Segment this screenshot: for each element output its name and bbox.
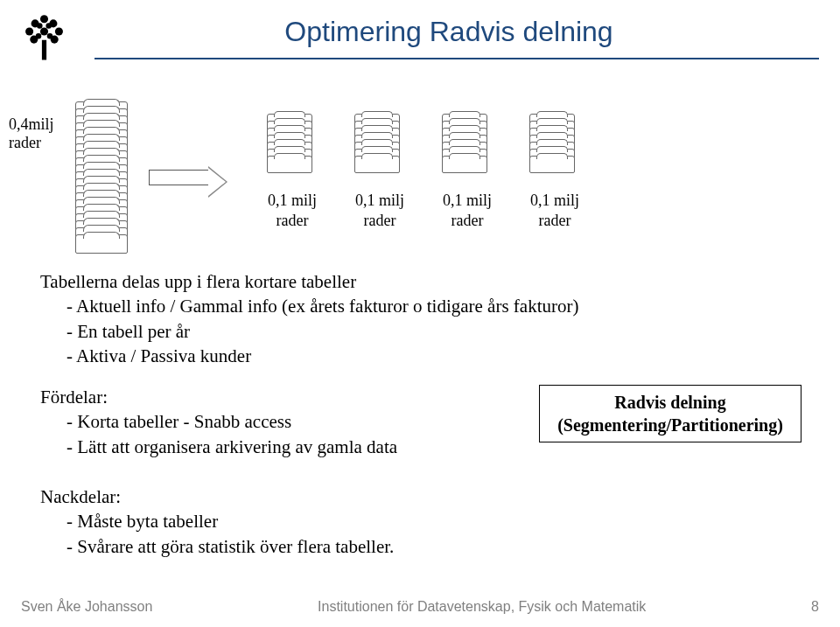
para1-bullet-2: - En tabell per år xyxy=(40,319,600,344)
small-stack-2-line2: rader xyxy=(355,211,404,231)
svg-rect-0 xyxy=(42,40,46,60)
small-stack-1-line1: 0,1 milj xyxy=(268,191,317,211)
svg-point-11 xyxy=(36,33,42,39)
para2-bullet-1: - Korta tabeller - Snabb access xyxy=(40,409,495,434)
svg-point-9 xyxy=(37,23,43,29)
svg-point-12 xyxy=(47,33,53,39)
small-stack-4-line2: rader xyxy=(530,211,579,231)
para3-bullet-1: - Måste byta tabeller xyxy=(40,509,495,533)
svg-point-8 xyxy=(40,27,48,35)
slide-title: Optimering Radvis delning xyxy=(79,16,819,48)
para1-bullet-1: - Aktuell info / Gammal info (ex årets f… xyxy=(40,294,600,318)
small-stack-2: 0,1 milj rader xyxy=(354,114,405,230)
svg-point-10 xyxy=(46,23,52,29)
big-stack-label: 0,4milj rader xyxy=(9,115,54,152)
small-stack-3-line1: 0,1 milj xyxy=(443,191,492,211)
small-stack-4: 0,1 milj rader xyxy=(529,114,580,230)
title-underline xyxy=(94,58,819,59)
arrow-right-icon xyxy=(149,166,228,198)
big-stack-label-line1: 0,4milj xyxy=(9,115,54,134)
para2-bullet-2: - Lätt att organisera arkivering av gaml… xyxy=(40,435,495,459)
para1-line1: Tabellerna delas upp i flera kortare tab… xyxy=(40,269,600,294)
footer-page-number: 8 xyxy=(811,599,819,615)
small-stack-1-line2: rader xyxy=(268,211,317,231)
svg-point-5 xyxy=(55,27,63,35)
callout-box: Radvis delning (Segmentering/Partitioner… xyxy=(539,385,802,442)
small-stack-3: 0,1 milj rader xyxy=(442,114,493,230)
svg-point-1 xyxy=(40,15,48,23)
callout-line1: Radvis delning xyxy=(547,391,794,414)
small-stack-3-line2: rader xyxy=(443,211,492,231)
para2-head: Fördelar: xyxy=(40,385,495,409)
small-stack-1: 0,1 milj rader xyxy=(267,114,318,230)
footer: Sven Åke Johansson Institutionen för Dat… xyxy=(21,599,819,615)
big-stack-label-line2: rader xyxy=(9,134,54,152)
paragraph-advantages: Fördelar: - Korta tabeller - Snabb acces… xyxy=(40,385,495,459)
small-stack-2-line1: 0,1 milj xyxy=(355,191,404,211)
callout-line2: (Segmentering/Partitionering) xyxy=(547,414,794,436)
paragraph-tables-split: Tabellerna delas upp i flera kortare tab… xyxy=(40,269,600,368)
para3-bullet-2: - Svårare att göra statistik över flera … xyxy=(40,534,495,559)
paragraph-disadvantages: Nackdelar: - Måste byta tabeller - Svåra… xyxy=(40,484,495,559)
footer-institution: Institutionen för Datavetenskap, Fysik o… xyxy=(152,599,811,615)
svg-point-4 xyxy=(25,27,33,35)
small-stack-4-line1: 0,1 milj xyxy=(530,191,579,211)
big-stack-icon xyxy=(75,101,136,259)
para1-bullet-3: - Aktiva / Passiva kunder xyxy=(40,344,600,368)
small-stacks-row: 0,1 milj rader 0,1 milj rader xyxy=(267,114,580,230)
logo-tree-icon xyxy=(16,9,73,69)
footer-author: Sven Åke Johansson xyxy=(21,599,152,615)
para3-head: Nackdelar: xyxy=(40,484,495,509)
